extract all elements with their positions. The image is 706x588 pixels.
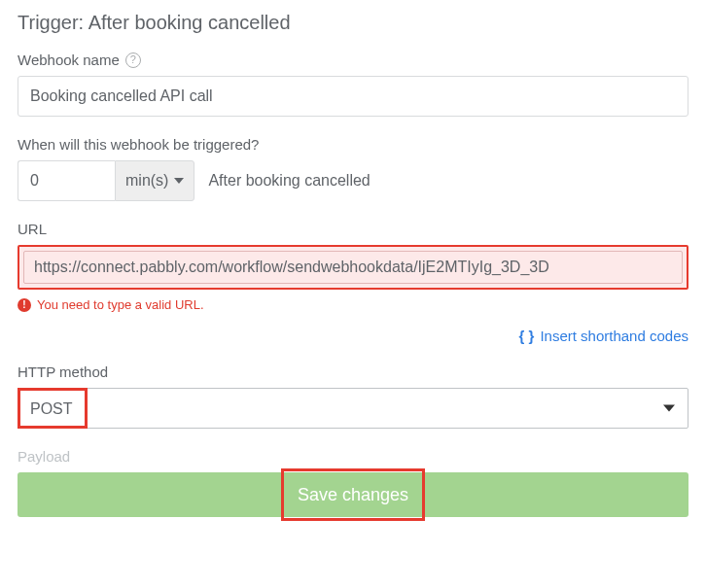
chevron-down-icon — [174, 178, 184, 184]
trigger-label: Trigger: — [18, 12, 84, 33]
url-field: URL ! You need to type a valid URL. { } … — [18, 221, 688, 344]
trigger-heading: Trigger: After booking cancelled — [18, 12, 688, 34]
webhook-name-input[interactable] — [18, 76, 688, 117]
webhook-name-field: Webhook name ? — [18, 52, 688, 117]
http-method-field: HTTP method POST — [18, 363, 688, 429]
timing-unit-select[interactable]: min(s) — [115, 160, 194, 201]
url-label: URL — [18, 221, 688, 237]
http-method-select[interactable]: POST — [18, 388, 688, 429]
insert-shorthand-link[interactable]: { } Insert shorthand codes — [519, 328, 688, 344]
help-icon[interactable]: ? — [125, 52, 141, 68]
trigger-value: After booking cancelled — [88, 12, 291, 33]
shorthand-label: Insert shorthand codes — [540, 328, 688, 344]
save-button-wrap: Save changes — [18, 472, 688, 517]
http-method-label: HTTP method — [18, 363, 688, 380]
timing-label: When will this webhook be triggered? — [18, 136, 688, 153]
payload-field: Payload — [18, 448, 688, 465]
webhook-name-label: Webhook name ? — [18, 52, 688, 68]
save-changes-button[interactable]: Save changes — [18, 472, 688, 517]
braces-icon: { } — [519, 328, 535, 344]
timing-suffix: After booking cancelled — [208, 172, 370, 190]
url-input[interactable] — [23, 251, 683, 284]
payload-label: Payload — [18, 448, 688, 465]
timing-value-input[interactable] — [18, 160, 115, 201]
url-error-message: ! You need to type a valid URL. — [18, 297, 688, 312]
timing-field: When will this webhook be triggered? min… — [18, 136, 688, 201]
timing-unit-label: min(s) — [125, 172, 168, 190]
url-error-text: You need to type a valid URL. — [37, 297, 204, 312]
error-icon: ! — [18, 298, 31, 312]
url-input-highlight — [18, 245, 688, 290]
